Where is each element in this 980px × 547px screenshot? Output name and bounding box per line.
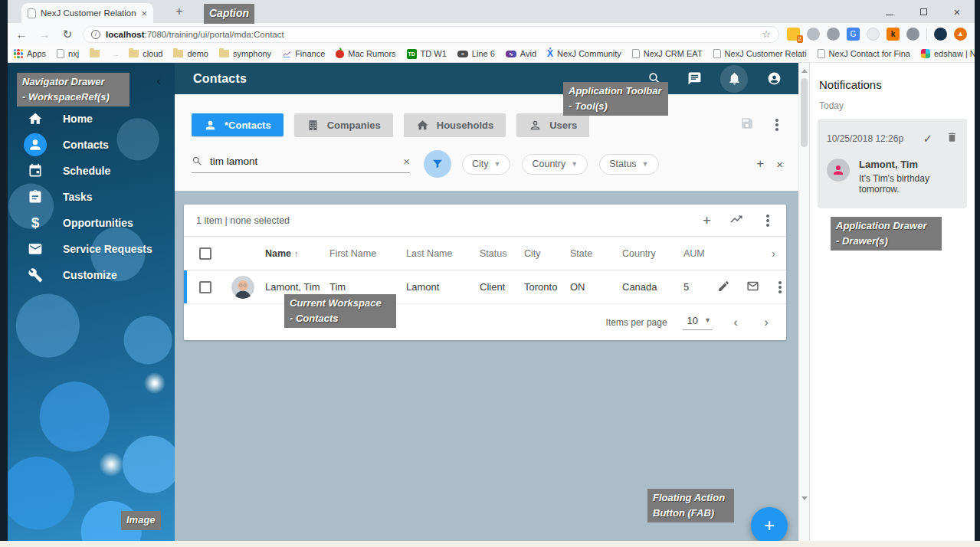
search-field[interactable]: × [192,155,410,173]
bookmark-item[interactable]: edshaw | NexJ Slack [921,49,975,58]
mark-read-check-icon[interactable]: ✓ [923,132,932,146]
account-icon[interactable] [760,65,788,93]
back-button[interactable]: ← [14,28,29,41]
drawer-collapse-chevron[interactable]: ‹ [156,74,161,89]
next-page-chevron[interactable]: › [759,315,774,330]
extension-icon[interactable] [867,28,880,41]
bookmark-folder[interactable]: symphony [219,49,271,58]
bookmark-item[interactable]: ∿Avid [506,49,536,58]
tab-contacts[interactable]: *Contacts [192,113,284,136]
column-header-state[interactable]: State [570,248,622,259]
cell-status: Client [480,281,524,293]
scrollbar[interactable] [798,63,809,541]
bookmark-item[interactable]: TDTD W1 [407,49,447,59]
maximize-button[interactable] [918,6,929,18]
save-icon[interactable] [740,116,754,133]
extension-icon[interactable]: ▲ [954,28,967,41]
chat-icon[interactable] [680,65,708,93]
person-icon [24,133,47,156]
nav-item-opportunities[interactable]: $ Opportunities [8,210,175,236]
floating-action-button[interactable]: + [751,507,788,541]
bookmark-item[interactable]: X̽NexJ Community [547,48,621,59]
row-overflow-icon[interactable] [778,286,782,289]
edit-pencil-icon[interactable] [717,280,730,295]
select-all-checkbox[interactable] [199,247,211,260]
items-per-page-select[interactable]: 10 ▼ [683,315,713,330]
bookmark-folder[interactable]: cloud [129,49,162,58]
tab-companies[interactable]: Companies [294,113,393,136]
delete-trash-icon[interactable] [946,131,958,146]
bookmark-folder[interactable] [90,50,103,57]
scroll-down-arrow[interactable] [801,496,808,500]
tab-close-icon[interactable]: × [141,8,147,18]
trend-chart-icon[interactable] [729,212,743,229]
extension-icon-k[interactable]: k [887,28,900,41]
extension-icon[interactable]: 2 [787,28,800,41]
bookmark-item[interactable]: NexJ Contact for Fina [818,49,910,58]
overflow-menu-icon[interactable] [775,123,778,126]
tab-favicon-page-icon [28,8,36,18]
nav-item-contacts[interactable]: Contacts [8,132,175,158]
list-overflow-icon[interactable] [766,219,769,222]
minimize-button[interactable] [884,6,895,18]
bookmark-item[interactable]: Finance [282,49,325,58]
scroll-thumb[interactable] [801,78,808,147]
nav-item-customize[interactable]: Customize [8,262,175,288]
clear-search-icon[interactable]: × [403,155,410,168]
address-bar[interactable]: i localhost:7080/training/ui/portal/mda:… [83,26,779,43]
close-filters-icon[interactable]: × [776,158,783,171]
column-header-status[interactable]: Status [480,248,524,259]
close-button[interactable]: × [952,5,962,18]
nav-item-home[interactable]: Home [8,106,175,132]
reload-button[interactable]: ↻ [60,28,75,41]
notification-contact-name[interactable]: Lamont, Tim [859,159,958,170]
scroll-up-arrow[interactable] [801,69,808,73]
column-header-aum[interactable]: AUM [683,248,717,259]
row-checkbox[interactable] [199,281,211,293]
filter-funnel-button[interactable] [424,150,451,178]
new-tab-button[interactable]: + [170,5,188,18]
browser-tab[interactable]: NexJ Customer Relationship Man × [21,3,153,23]
filter-chip-status[interactable]: Status▼ [599,154,658,175]
filter-chip-city[interactable]: City▼ [462,154,510,175]
bookmark-item[interactable]: NexJ CRM EAT [632,49,703,58]
column-header-first-name[interactable]: First Name [329,248,406,259]
previous-page-chevron[interactable]: ‹ [728,315,743,330]
extension-icon[interactable] [807,28,820,41]
page-info-icon[interactable]: i [91,30,100,39]
notification-card[interactable]: 10/25/2018 12:26p ✓ Lamont, Tim It's Tim… [818,119,967,208]
bookmark-item[interactable]: nxj [57,49,79,58]
bookmark-item[interactable]: Mac Rumors [336,49,395,58]
notifications-bell-icon[interactable] [720,65,748,93]
page-icon [632,49,640,58]
extension-icon[interactable] [827,28,840,41]
nav-item-schedule[interactable]: Schedule [8,158,175,184]
search-input[interactable] [210,156,396,167]
add-contact-icon[interactable]: + [703,212,711,229]
bookmark-item[interactable]: .. [114,50,118,57]
more-columns-chevron[interactable]: › [717,247,786,260]
bookmark-folder[interactable]: demo [173,49,208,58]
cell-name[interactable]: Lamont, Tim [265,281,329,293]
bookmark-item[interactable]: ≡Line 6 [457,49,495,58]
column-header-last-name[interactable]: Last Name [406,248,480,259]
table-row[interactable]: Lamont, Tim Tim Lamont Client Toronto ON… [184,270,786,304]
column-header-country[interactable]: Country [622,248,683,259]
line6-icon: ≡ [457,51,468,57]
shield-extension-icon[interactable] [906,28,919,41]
bookmark-star-icon[interactable]: ☆ [762,28,771,40]
email-envelope-icon[interactable] [746,280,759,295]
column-header-city[interactable]: City [524,248,570,259]
nav-item-service-requests[interactable]: Service Requests [8,236,175,262]
filter-chip-country[interactable]: Country▼ [522,154,588,175]
add-filter-icon[interactable]: + [756,156,764,172]
tab-households[interactable]: Households [404,113,506,136]
translate-extension-icon[interactable]: G [847,28,860,41]
extension-icon[interactable] [934,28,947,41]
forward-button[interactable]: → [37,28,52,41]
bookmark-item[interactable]: Apps [14,49,46,58]
nav-item-tasks[interactable]: Tasks [8,184,175,210]
column-header-name[interactable]: Name↑ [265,248,329,259]
bookmark-item[interactable]: NexJ Customer Relati [713,49,807,58]
tab-users[interactable]: Users [516,113,589,136]
